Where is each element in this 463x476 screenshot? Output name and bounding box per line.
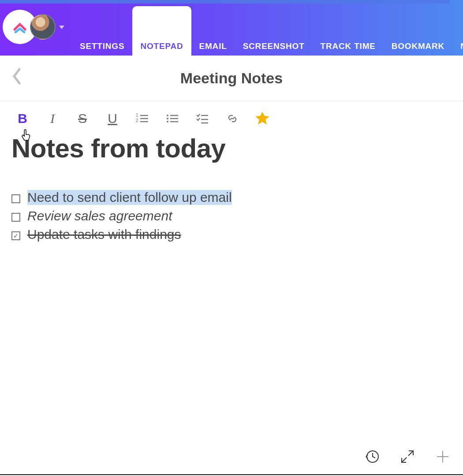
- checklist-text[interactable]: Update tasks with findings: [27, 227, 181, 242]
- nav-tab-track-time[interactable]: TRACK TIME: [313, 0, 384, 56]
- nav-tab-settings[interactable]: SETTINGS: [72, 0, 132, 56]
- nav-tabs: SETTINGS NOTEPAD EMAIL SCREENSHOT TRACK: [72, 0, 463, 56]
- nav-tab-notepad[interactable]: NOTEPAD: [132, 6, 191, 56]
- nav-label: TRACK TIME: [321, 41, 376, 51]
- checkbox-icon[interactable]: [11, 231, 20, 240]
- nav-tab-screenshot[interactable]: SCREENSHOT: [235, 0, 313, 56]
- checkbox-icon[interactable]: [11, 213, 20, 222]
- user-avatar[interactable]: [30, 14, 56, 40]
- expand-button[interactable]: [399, 448, 416, 465]
- link-button[interactable]: [225, 111, 240, 126]
- note-header: Meeting Notes: [0, 56, 463, 101]
- svg-point-7: [167, 115, 168, 116]
- back-button[interactable]: [11, 67, 23, 89]
- nav-label: EMAIL: [199, 41, 227, 51]
- unordered-list-button[interactable]: [165, 111, 180, 126]
- bottom-border: [0, 474, 463, 475]
- format-toolbar: B I S U 12: [0, 101, 463, 130]
- note-body[interactable]: Notes from today Need to send client fol…: [0, 133, 463, 242]
- italic-button[interactable]: I: [45, 111, 60, 126]
- strikethrough-button[interactable]: S: [75, 111, 90, 126]
- nav-tab-email[interactable]: EMAIL: [191, 0, 235, 56]
- workspace-switcher[interactable]: [0, 0, 4, 56]
- nav-tab-new-task[interactable]: NEW TASK: [452, 0, 463, 56]
- nav-label: SCREENSHOT: [243, 41, 305, 51]
- svg-point-8: [167, 118, 168, 119]
- nav-tab-bookmark[interactable]: BOOKMARK: [384, 0, 452, 56]
- history-button[interactable]: [363, 448, 381, 465]
- nav-label: NOTEPAD: [140, 41, 183, 51]
- checklist-text[interactable]: Review sales agreement: [27, 208, 172, 223]
- svg-point-9: [167, 121, 168, 123]
- checkbox-icon[interactable]: [11, 194, 20, 203]
- nav-label: BOOKMARK: [392, 41, 444, 51]
- bold-button[interactable]: B: [15, 111, 30, 126]
- nav-label: NEW TASK: [460, 41, 463, 51]
- chevron-down-icon: [59, 26, 64, 29]
- note-heading[interactable]: Notes from today: [11, 133, 452, 164]
- checklist-text[interactable]: Need to send client follow up email: [27, 190, 232, 205]
- favorite-star-button[interactable]: [255, 111, 270, 126]
- svg-text:1: 1: [136, 113, 138, 118]
- checklist-item[interactable]: Update tasks with findings: [11, 227, 452, 242]
- nav-label: SETTINGS: [80, 41, 124, 51]
- checklist-item[interactable]: Review sales agreement: [11, 208, 452, 223]
- top-nav: SETTINGS NOTEPAD EMAIL SCREENSHOT TRACK: [0, 0, 463, 56]
- note-footer: [363, 448, 452, 465]
- page-title: Meeting Notes: [0, 70, 463, 87]
- add-button[interactable]: [434, 448, 452, 465]
- checklist-item[interactable]: Need to send client follow up email: [11, 190, 452, 205]
- checklist: Need to send client follow up email Revi…: [11, 190, 452, 242]
- checklist-button[interactable]: [195, 111, 210, 126]
- ordered-list-button[interactable]: 12: [135, 111, 150, 126]
- underline-button[interactable]: U: [105, 111, 120, 126]
- svg-text:2: 2: [136, 118, 138, 123]
